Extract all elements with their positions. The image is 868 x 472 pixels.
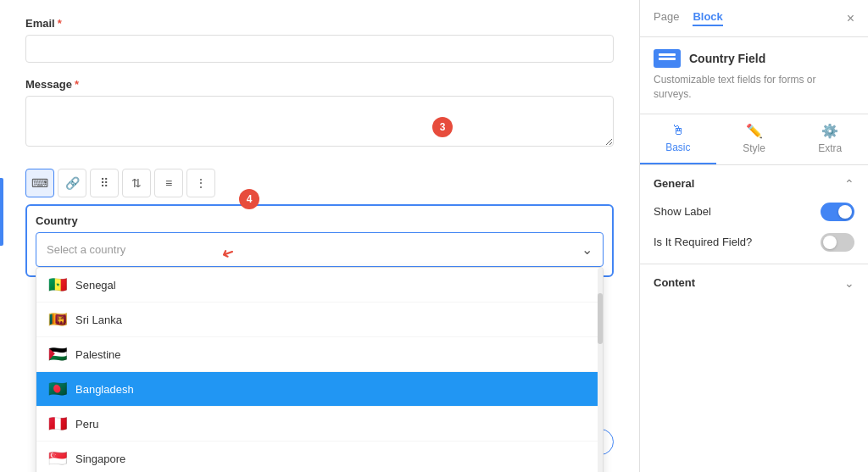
dropdown-item[interactable]: 🇧🇩Bangladesh — [36, 372, 603, 407]
show-label-toggle[interactable] — [821, 203, 854, 221]
country-name: Peru — [75, 418, 98, 430]
country-select[interactable]: Select a country ⌄ — [36, 232, 604, 267]
badge-3: 3 — [432, 117, 453, 137]
message-field: Message * — [25, 78, 614, 150]
dropdown-item[interactable]: 🇵🇪Peru — [36, 407, 603, 441]
cursor-icon: 🖱 — [671, 123, 685, 138]
country-field-label: Country — [36, 214, 604, 227]
scrollbar[interactable] — [598, 268, 603, 472]
dropdown-item[interactable]: 🇸🇬Singapore — [36, 441, 603, 472]
general-section-header[interactable]: General ⌃ — [654, 177, 854, 191]
block-description: Customizable text fields for forms or su… — [654, 73, 854, 102]
sidebar: Page Block × Country Field Customizable … — [639, 0, 868, 472]
country-name: Senegal — [75, 279, 116, 292]
toolbar: ⌨ 🔗 ⠿ ⇅ ≡ ⋮ — [25, 165, 614, 201]
flag-icon: 🇸🇳 — [48, 275, 67, 294]
required-toggle-knob — [823, 236, 837, 249]
main-area: Email * Message * ⌨ 🔗 ⠿ ⇅ ≡ ⋮ 3 Country … — [0, 0, 639, 472]
block-icon — [654, 49, 681, 68]
message-required-star: * — [75, 78, 79, 91]
country-name: Bangladesh — [75, 383, 134, 396]
tab-block[interactable]: Block — [693, 10, 722, 26]
paintbrush-icon: ✏️ — [746, 123, 763, 139]
tab-page[interactable]: Page — [654, 10, 679, 26]
show-label-row: Show Label — [654, 203, 854, 221]
sub-tabs: 🖱 Basic ✏️ Style ⚙️ Extra — [640, 114, 868, 165]
general-title: General — [654, 177, 694, 190]
sidebar-header: Page Block × — [640, 0, 868, 37]
toolbar-btn-grid[interactable]: ⠿ — [90, 169, 119, 197]
scrollbar-thumb — [598, 293, 603, 344]
flag-icon: 🇸🇬 — [48, 449, 67, 468]
toolbar-btn-link[interactable]: 🔗 — [58, 169, 86, 197]
email-label: Email * — [25, 17, 614, 30]
dropdown-item[interactable]: 🇸🇳Senegal — [36, 268, 603, 303]
content-section: Content ⌄ — [640, 264, 868, 302]
general-section: General ⌃ Show Label Is It Required Fiel… — [640, 165, 868, 264]
sub-tab-extra[interactable]: ⚙️ Extra — [792, 114, 868, 164]
required-label-text: Is It Required Field? — [654, 236, 752, 248]
sub-tab-style[interactable]: ✏️ Style — [716, 114, 793, 164]
show-label-text: Show Label — [654, 205, 711, 218]
sub-tab-basic[interactable]: 🖱 Basic — [640, 114, 716, 164]
general-chevron-icon: ⌃ — [844, 177, 854, 191]
message-input[interactable] — [25, 96, 614, 147]
flag-icon: 🇵🇪 — [48, 414, 67, 433]
country-name: Palestine — [75, 348, 120, 361]
toolbar-btn-align[interactable]: ≡ — [154, 169, 183, 197]
toolbar-btn-more[interactable]: ⋮ — [186, 169, 215, 197]
tab-group: Page Block — [654, 10, 723, 26]
chevron-down-icon: ⌄ — [581, 242, 593, 258]
toolbar-btn-field[interactable]: ⌨ — [25, 169, 54, 197]
close-button[interactable]: × — [847, 11, 854, 26]
flag-icon: 🇧🇩 — [48, 380, 67, 398]
country-name: Singapore — [75, 453, 125, 465]
required-row: Is It Required Field? — [654, 233, 854, 252]
message-label: Message * — [25, 78, 614, 91]
block-info-row: Country Field — [654, 49, 854, 68]
content-chevron-icon: ⌄ — [844, 276, 854, 290]
dropdown-items: 🇸🇳Senegal🇱🇰Sri Lanka🇵🇸Palestine🇧🇩Banglad… — [36, 268, 603, 472]
content-title: Content — [654, 276, 695, 289]
block-info: Country Field Customizable text fields f… — [640, 37, 868, 114]
left-accent-bar — [0, 178, 3, 246]
email-required-star: * — [58, 17, 62, 30]
badge-4: 4 — [239, 189, 259, 209]
email-input[interactable] — [25, 35, 614, 63]
block-icon-inner — [659, 58, 676, 60]
required-toggle[interactable] — [821, 233, 854, 252]
email-field: Email * — [25, 17, 614, 63]
content-header[interactable]: Content ⌄ — [654, 276, 854, 290]
dropdown-item[interactable]: 🇵🇸Palestine — [36, 337, 603, 372]
block-title: Country Field — [689, 52, 765, 65]
flag-icon: 🇵🇸 — [48, 345, 67, 364]
toggle-knob — [838, 205, 852, 219]
country-container: Country Select a country ⌄ 🇸🇳Senegal🇱🇰Sr… — [25, 204, 614, 277]
country-dropdown: 🇸🇳Senegal🇱🇰Sri Lanka🇵🇸Palestine🇧🇩Banglad… — [36, 267, 604, 472]
dropdown-item[interactable]: 🇱🇰Sri Lanka — [36, 303, 603, 337]
toolbar-btn-updown[interactable]: ⇅ — [122, 169, 151, 197]
country-name: Sri Lanka — [75, 314, 122, 326]
flag-icon: 🇱🇰 — [48, 310, 67, 329]
gear-icon: ⚙️ — [821, 123, 838, 139]
